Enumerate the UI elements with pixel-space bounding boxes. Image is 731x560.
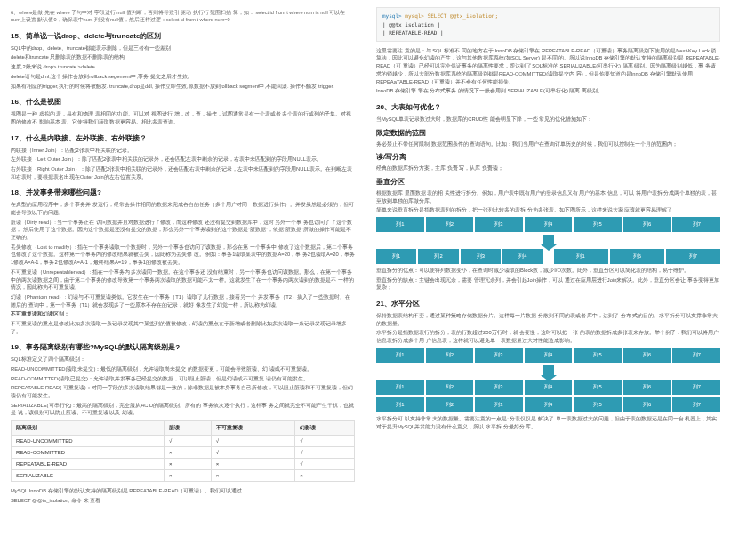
th: 不可重复读 [211,421,294,436]
strip-h3: 列1 列2 列3 列4 列5 列6 列7 [376,397,720,412]
p: 经典的数据库拆分方案，主库 负责 写，从库 负责读； [376,164,720,172]
p: 垂直拆分的缺点：主键会出现冗余，需要 管理冗余列，并会引起Join操作，可以 通… [376,276,720,292]
p: delete和truncate 只删除表的数据不删除表的结构 [11,53,355,61]
p: 不可重复读的重点是修改比如多次读取一条记录发现其中某些列的值被修改，幻读的重点在… [11,320,355,335]
q6-text: 6、where是做 先在 where 子句中对 字段进行 null 值判断，否则… [11,9,355,24]
table-row: SERIALIZABLE × × × [12,470,355,482]
sub: 读/写分离 [376,153,720,162]
right-column: mysql> mysql> SELECT @@tx_isolation; | @… [366,0,731,560]
p: 脏读（Dirty read）: 当一个事务正在 访问数据并且对数据进行了修改，而… [11,219,355,242]
p: 速度,2般来说 drop> truncate >delete [11,63,355,71]
table-row: READ-COMMITTED × √ √ [12,447,355,459]
p: READ-UNCOMMITTED(读取未提交)：最低的隔离级别，允许读取尚未提交… [11,365,355,373]
p: SELECT @@tx_isolation; 命令 来 查看 [11,497,355,505]
q21-title: 21、水平分区 [376,299,720,308]
strip-before: 列1 列2 列3 列4 列5 列6 列7 [376,217,720,232]
p: SQL中的drop、delete、truncate都能表示删除，但是三者有一些差… [11,44,355,52]
arrow-icon [376,235,720,246]
q17-title: 17、什么是内联接、左外联接、右外联接？ [11,133,355,143]
strip-after: 列1 列2 列3 列4 列1 列6 列7 [376,249,720,264]
p: 这里需要注 意的是：与 SQL 标准不 同的地方在于 InnoDB 存储引擎在 … [376,47,720,85]
p: delete语句是dml,这个 操作会放到rollback segement中,… [11,73,355,81]
p: 幻读（Phantom read）: 幻读与 不可重复读类似。它发生在一个事务（T… [11,293,355,308]
p: REPEATABLE-READ( 可重复读)：对同一字段的多次读取结果都是一致的… [11,384,355,399]
th: 脏读 [164,421,211,436]
p: 务必禁止不带任何限制 数据范围条件的 查询语句。比如：我们当用户在查询订单历史的… [376,140,720,148]
p: InnoDB 存储引擎 擎在 分布式事务 的情况下一般会用到 SERIALIZA… [376,87,720,95]
p: 内联接（Inner Join）：匹配2张表中相关联的记录。 [11,147,355,155]
arrow-icon [376,365,720,377]
q20-title: 20、大表如何优化？ [376,102,720,112]
p: 保持数据表结构不变，通过某种策略存储数据分片。这样每一片数据 分散到不同的表或者… [376,312,720,327]
p: MySQL InnoDB 存储引擎的默认支持的隔离级别是 REPEATABLE-… [11,487,355,495]
p: 视图是一种 虚拟的 表，具有和物理 表相同的功 能。可以对 视图进行 增，改，查… [11,110,355,125]
th: 隔离级别 [12,421,165,436]
p: 垂直拆分的优点：可以使得列数据变小，在查询时减少读取的Block数，减少I/O次… [376,267,720,275]
p: SQL标准定义了四个隔离级别： [11,356,355,364]
th: 幻影读 [295,421,355,436]
q15-title: 15、简单说一说drop、delete与truncate的区别 [11,31,355,41]
q16-title: 16、什么是视图 [11,97,355,107]
code-block: mysql> mysql> SELECT @@tx_isolation; | @… [376,7,720,42]
sub: 限定数据的范围 [376,129,720,138]
p: 根据数据库 里面数据 表的相 关性进行拆分。例如，用户表中既有用户的登录信息又有… [376,189,720,204]
table-row: REPEATABLE-READ × × √ [12,459,355,470]
isolation-table: 隔离级别 脏读 不可重复读 幻影读 READ-UNCOMMITTED √ √ √… [11,420,355,482]
left-column: 6、where是做 先在 where 子句中对 字段进行 null 值判断，否则… [0,0,366,560]
table-row: READ-UNCOMMITTED √ √ √ [12,436,355,447]
p: 不可重复读（Unrepeatableread）: 指在一个事务内 多次读同一数据… [11,268,355,292]
strip-h1: 列1 列2 列3 列4 列5 列6 列7 [376,348,720,363]
p: 左外联接（Left Outer Join）：除了匹配2张表中相关联的记录外，还会… [11,156,355,164]
p: 简单来说垂直拆分是指数据表列的拆分，把一张列比较多的表拆 分为多张表。如下图所示… [376,206,720,214]
p: 右外联接（Right Outer Join）：除了匹配2张表中相关联的记录外，还… [11,165,355,180]
p: READ-COMMITTED(读取已提交)：允许读取并发事务已经提交的数据，可以… [11,375,355,383]
strip-h2: 列1 列2 列3 列4 列5 列6 列7 [376,380,720,395]
p: 水平拆分可 以支持非常 大的数据量。需要注意的一点是: 分表仅仅是 解决了 单一… [376,415,720,430]
q18-title: 18、并发事务带来哪些问题? [11,188,355,197]
p: 水平拆分是指数据表行的拆分，表的行数超过200万行时，就 会变慢，这时可以把一张… [376,329,720,344]
p: 丢失修改（Lost to modify）: 指在一个事务读取一个数据时，另外一个… [11,244,355,267]
p: 如果有相应的trigger,执行的时候将被触发. truncate,drop是d… [11,83,355,91]
sub: 垂直分区 [376,178,720,187]
q19-title: 19、事务隔离级别有哪些?MySQL的默认隔离级别是? [11,342,355,352]
p: 当MySQL单表记录数过大时，数据库的CRUD性 能会明显下降，一些 常见的优化… [376,116,720,124]
p: 在典型的应用程序中，多个事务并 发运行，经常会操作相同的数据来完成各自的任务（多… [11,201,355,216]
p: SERIALIZABLE(可串行化)：最高的隔离级别，完全服从ACID的隔离级别… [11,402,355,417]
p: 不可重复读和幻读区别： [11,310,355,318]
